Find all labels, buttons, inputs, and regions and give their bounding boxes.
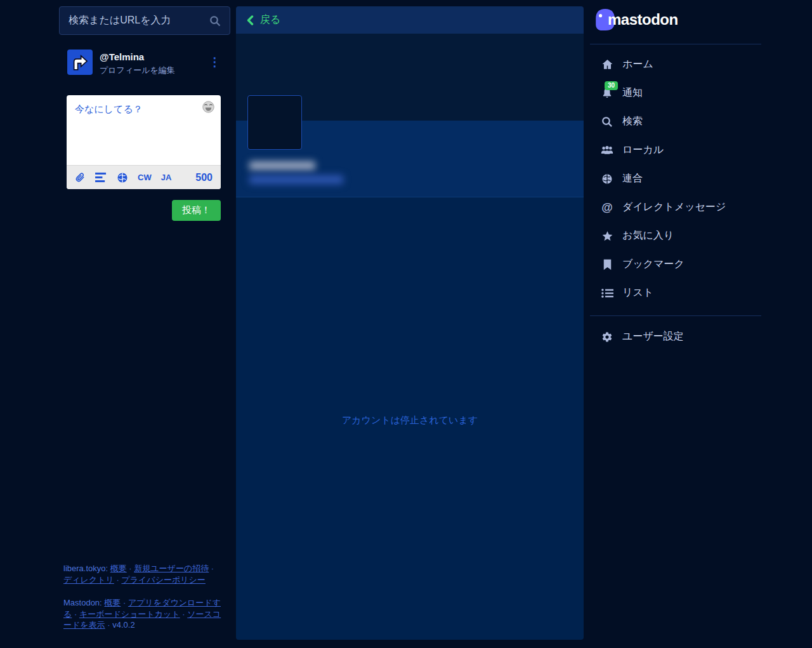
nav-label: ユーザー設定: [622, 330, 684, 343]
nav-label: ダイレクトメッセージ: [622, 201, 726, 214]
back-button[interactable]: 戻る: [236, 6, 584, 34]
sidebar-divider-bottom: [590, 315, 761, 316]
footer-mastodon-line: Mastodon: 概要 · アプリをダウンロードする · キーボードショートカ…: [63, 597, 225, 631]
nav-item-notifications[interactable]: 30 通知: [590, 79, 761, 107]
footer-link-privacy[interactable]: プライバシーポリシー: [121, 575, 205, 585]
footer-link-directory[interactable]: ディレクトリ: [63, 575, 114, 585]
nav-item-favourites[interactable]: お気に入り: [590, 222, 761, 250]
sidebar-divider-top: [590, 44, 761, 44]
nav-item-lists[interactable]: リスト: [590, 279, 761, 307]
nav-label: 検索: [622, 115, 643, 128]
footer-site-label: libera.tokyo:: [63, 564, 108, 573]
back-label: 戻る: [260, 13, 280, 27]
footer-link-about[interactable]: 概要: [110, 564, 127, 573]
footer-link-shortcuts[interactable]: キーボードショートカット: [79, 609, 180, 619]
nav-list: ホーム 30 通知 検索 ローカル 連合 @ ダイレクトメッセージ お気に入り: [590, 50, 761, 307]
profile-menu-button[interactable]: ⋮: [206, 50, 223, 77]
edit-profile-link[interactable]: プロフィールを編集: [100, 65, 175, 76]
nav-label: 連合: [622, 172, 643, 185]
profile-username: @Telmina: [100, 51, 206, 62]
blurred-account-handle: [249, 175, 343, 184]
nav-label: ローカル: [622, 143, 664, 157]
search-icon: [601, 116, 613, 128]
compose-box: 今なにしてる？ CW JA 500: [67, 95, 221, 189]
list-icon: [601, 288, 613, 298]
nav-item-federated[interactable]: 連合: [590, 164, 761, 193]
gear-icon: [601, 331, 613, 343]
footer-version: v4.0.2: [112, 620, 134, 630]
users-icon: [601, 145, 613, 155]
nav-item-search[interactable]: 検索: [590, 107, 761, 136]
profile-timeline-area: アカウントは停止されています: [236, 197, 584, 640]
nav-label: お気に入り: [622, 229, 674, 242]
footer-links: libera.tokyo: 概要 · 新規ユーザーの招待 · ディレクトリ · …: [63, 563, 225, 631]
avatar[interactable]: [67, 50, 93, 75]
at-icon: @: [601, 202, 613, 213]
compose-placeholder: 今なにしてる？: [75, 103, 143, 116]
nav-item-bookmarks[interactable]: ブックマーク: [590, 250, 761, 279]
chevron-left-icon: [246, 15, 254, 25]
compose-textarea[interactable]: 今なにしてる？: [67, 95, 221, 165]
nav-label: リスト: [622, 286, 653, 300]
nav-label: ホーム: [622, 58, 653, 71]
nav-item-user-settings[interactable]: ユーザー設定: [590, 322, 761, 351]
detail-column: 戻る アカウントは停止されています: [236, 6, 584, 640]
nav-settings-section: ユーザー設定: [590, 322, 761, 351]
suspended-message: アカウントは停止されています: [236, 414, 584, 426]
search-input[interactable]: 検索またはURLを入力: [59, 6, 230, 35]
blurred-display-name: [249, 161, 315, 170]
poll-icon[interactable]: [95, 172, 107, 183]
attach-icon[interactable]: [75, 172, 86, 183]
profile-row: @Telmina プロフィールを編集 ⋮: [67, 50, 223, 77]
character-count: 500: [195, 172, 213, 183]
mastodon-logo[interactable]: mastodon: [594, 8, 678, 31]
nav-label: ブックマーク: [622, 258, 684, 271]
nav-item-home[interactable]: ホーム: [590, 50, 761, 79]
star-icon: [601, 230, 613, 242]
search-icon: [209, 15, 221, 27]
footer-mastodon-label: Mastodon:: [63, 598, 102, 607]
suspended-account-avatar: [247, 95, 302, 150]
notification-count-badge: 30: [605, 81, 618, 90]
nav-item-local[interactable]: ローカル: [590, 136, 761, 164]
bookmark-icon: [601, 259, 613, 270]
compose-toolbar: CW JA 500: [67, 165, 221, 189]
footer-link-mastodon-about[interactable]: 概要: [104, 598, 121, 607]
nav-item-direct-messages[interactable]: @ ダイレクトメッセージ: [590, 193, 761, 222]
footer-site-line: libera.tokyo: 概要 · 新規ユーザーの招待 · ディレクトリ · …: [63, 563, 225, 585]
visibility-globe-icon[interactable]: [117, 172, 128, 183]
post-button[interactable]: 投稿！: [172, 200, 221, 221]
profile-meta: @Telmina プロフィールを編集: [100, 50, 206, 77]
mastodon-wordmark: mastodon: [608, 11, 678, 29]
footer-link-invite[interactable]: 新規ユーザーの招待: [134, 564, 209, 573]
search-placeholder: 検索またはURLを入力: [69, 14, 209, 27]
nav-label: 通知: [622, 86, 643, 100]
content-warning-button[interactable]: CW: [138, 173, 152, 182]
language-button[interactable]: JA: [161, 173, 172, 182]
emoji-picker-icon[interactable]: [202, 100, 215, 116]
turn-arrow-avatar-icon: [69, 51, 91, 73]
globe-icon: [601, 173, 613, 185]
home-icon: [601, 58, 613, 70]
